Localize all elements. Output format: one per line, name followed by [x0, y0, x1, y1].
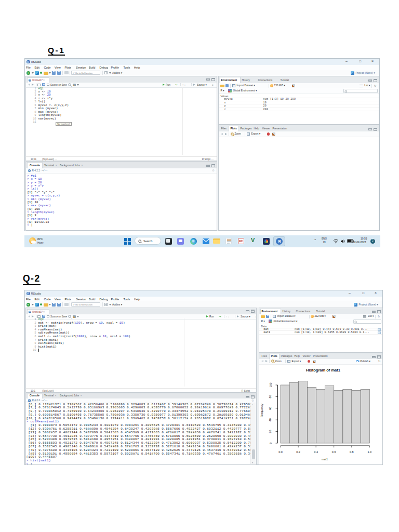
svg-text:0.0: 0.0 [278, 450, 283, 454]
svg-text:0.6: 0.6 [331, 450, 336, 454]
svg-text:0.4: 0.4 [314, 450, 318, 454]
svg-text:60: 60 [269, 406, 272, 409]
svg-text:80: 80 [269, 395, 272, 398]
svg-text:1.0: 1.0 [367, 450, 371, 454]
svg-text:mat1: mat1 [321, 457, 327, 460]
svg-text:Histogram of mat1: Histogram of mat1 [306, 367, 340, 372]
svg-text:40: 40 [269, 418, 272, 421]
svg-text:0: 0 [269, 442, 272, 444]
svg-text:100: 100 [269, 382, 272, 387]
svg-text:20: 20 [269, 430, 272, 433]
svg-text:Frequency: Frequency [260, 403, 263, 417]
svg-text:0.8: 0.8 [349, 450, 353, 454]
svg-text:0.2: 0.2 [296, 450, 300, 454]
